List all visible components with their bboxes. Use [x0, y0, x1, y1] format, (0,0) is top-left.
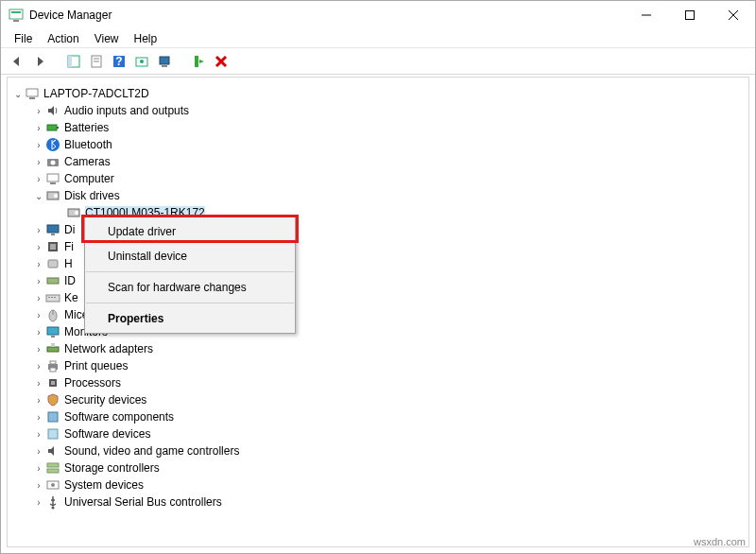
chevron-right-icon[interactable] — [32, 225, 45, 235]
update-driver-toolbar-button[interactable] — [154, 51, 175, 72]
context-menu-uninstall-device[interactable]: Uninstall device — [85, 244, 295, 268]
chevron-right-icon[interactable] — [32, 497, 45, 508]
svg-rect-21 — [26, 89, 38, 96]
chevron-right-icon[interactable] — [32, 259, 45, 269]
chevron-right-icon[interactable] — [32, 395, 45, 406]
system-icon — [45, 477, 60, 493]
cpu-icon — [45, 375, 60, 390]
chevron-right-icon[interactable] — [32, 344, 45, 355]
tree-category[interactable]: Processors — [11, 374, 745, 391]
tree-category[interactable]: System devices — [11, 476, 745, 493]
tree-category[interactable]: Print queues — [11, 357, 745, 374]
swdev-icon — [45, 426, 60, 441]
tree-category[interactable]: Security devices — [11, 391, 745, 408]
chevron-right-icon[interactable] — [32, 293, 45, 303]
window-title: Device Manager — [29, 9, 625, 22]
mouse-icon — [45, 307, 60, 322]
chevron-right-icon[interactable] — [32, 310, 45, 320]
chevron-right-icon[interactable] — [32, 106, 45, 116]
tree-category[interactable]: Storage controllers — [11, 459, 745, 476]
properties-button[interactable] — [86, 51, 107, 72]
tree-category[interactable]: Sound, video and game controllers — [11, 442, 745, 459]
toolbar: ? — [1, 48, 755, 75]
window-controls — [625, 1, 755, 29]
svg-rect-4 — [686, 11, 695, 20]
tree-category[interactable]: Universal Serial Bus controllers — [11, 493, 745, 511]
forward-button[interactable] — [29, 51, 50, 72]
disk-icon — [66, 205, 81, 220]
chevron-right-icon[interactable] — [32, 361, 45, 372]
tree-category[interactable]: Disk drives — [11, 187, 745, 204]
help-button[interactable]: ? — [109, 51, 129, 72]
context-menu-properties[interactable]: Properties — [85, 306, 295, 331]
menu-help[interactable]: Help — [127, 30, 165, 47]
category-label: Disk drives — [64, 189, 120, 202]
back-button[interactable] — [7, 51, 27, 72]
context-menu-scan-hardware[interactable]: Scan for hardware changes — [85, 275, 295, 300]
usb-icon — [45, 494, 60, 510]
chevron-down-icon[interactable] — [32, 191, 45, 201]
tree-category[interactable]: Software devices — [11, 425, 745, 442]
minimize-button[interactable] — [625, 1, 668, 29]
chevron-right-icon[interactable] — [32, 276, 45, 286]
chevron-down-icon[interactable] — [11, 89, 25, 99]
svg-rect-46 — [47, 327, 59, 335]
chevron-right-icon[interactable] — [32, 412, 45, 423]
chevron-right-icon[interactable] — [32, 327, 45, 338]
close-button[interactable] — [712, 1, 755, 29]
svg-rect-29 — [50, 182, 56, 184]
monitor-icon — [45, 324, 60, 339]
tree-category[interactable]: Cameras — [11, 153, 745, 170]
hid-icon — [45, 256, 60, 271]
menu-action[interactable]: Action — [40, 30, 86, 47]
chevron-right-icon[interactable] — [32, 157, 45, 167]
svg-point-15 — [140, 60, 144, 63]
chevron-right-icon[interactable] — [32, 174, 45, 184]
uninstall-device-button[interactable] — [211, 51, 232, 72]
bluetooth-icon — [45, 137, 60, 152]
tree-category[interactable]: Bluetooth — [11, 136, 745, 153]
menu-file[interactable]: File — [7, 30, 40, 47]
chevron-right-icon[interactable] — [32, 446, 45, 457]
svg-point-60 — [51, 483, 55, 487]
category-label: H — [64, 257, 73, 270]
svg-rect-54 — [51, 381, 55, 385]
chevron-right-icon[interactable] — [32, 463, 45, 474]
scan-hardware-button[interactable] — [131, 51, 152, 72]
menu-view[interactable]: View — [87, 30, 127, 47]
maximize-button[interactable] — [668, 1, 712, 29]
tree-category[interactable]: Computer — [11, 170, 745, 187]
tree-category[interactable]: Software components — [11, 408, 745, 425]
device-manager-window: Device Manager File Action View Help ? — [0, 0, 756, 554]
chevron-right-icon[interactable] — [32, 123, 45, 133]
svg-rect-8 — [68, 56, 72, 67]
context-menu-separator — [86, 271, 294, 272]
tree-category[interactable]: Batteries — [11, 119, 745, 136]
tree-category[interactable]: Network adapters — [11, 340, 745, 357]
context-menu-separator — [86, 303, 294, 303]
svg-rect-52 — [50, 368, 56, 372]
chevron-right-icon[interactable] — [32, 378, 45, 389]
category-label: Processors — [64, 376, 121, 390]
svg-text:?: ? — [115, 55, 122, 68]
chevron-right-icon[interactable] — [32, 140, 45, 150]
enable-device-button[interactable] — [188, 51, 209, 72]
category-label: Cameras — [64, 155, 111, 168]
tree-category[interactable]: Audio inputs and outputs — [11, 102, 745, 119]
svg-rect-49 — [51, 343, 55, 347]
chevron-right-icon[interactable] — [32, 480, 45, 491]
printer-icon — [45, 358, 60, 373]
context-menu-update-driver[interactable]: Update driver — [85, 219, 295, 244]
chevron-right-icon[interactable] — [32, 429, 45, 440]
svg-rect-57 — [47, 463, 59, 467]
tree-root[interactable]: LAPTOP-7ADCLT2D — [11, 85, 745, 102]
svg-rect-40 — [46, 295, 60, 302]
svg-rect-41 — [48, 297, 50, 298]
svg-point-33 — [75, 211, 78, 215]
category-label: Universal Serial Bus controllers — [64, 495, 222, 509]
chevron-right-icon[interactable] — [32, 242, 45, 252]
show-hide-tree-button[interactable] — [63, 51, 84, 72]
swcomp-icon — [45, 409, 60, 424]
svg-point-61 — [52, 507, 55, 510]
computer-icon — [45, 171, 60, 186]
